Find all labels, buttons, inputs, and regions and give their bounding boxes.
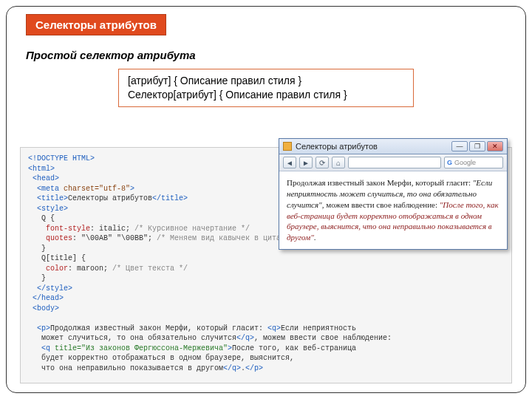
code-p-t6: будет корректно отображаться в одном бра… — [28, 354, 294, 362]
code-head-open: <head> — [28, 174, 59, 183]
code-p-t3: может случиться, то она обязательно случ… — [28, 334, 236, 342]
code-p-close: </p> — [245, 364, 263, 372]
maximize-button[interactable]: ❐ — [469, 141, 485, 151]
forward-button[interactable]: ► — [299, 157, 313, 168]
code-title-close: </title> — [152, 194, 188, 202]
code-css-quotes-v: : "\00AB" "\00BB"; — [72, 234, 152, 242]
back-button[interactable]: ◄ — [283, 157, 296, 168]
code-meta-attr: charset="utf-8" — [59, 185, 130, 193]
code-style-open: <style> — [28, 205, 68, 213]
syntax-box: [атрибут] { Описание правил стиля } Селе… — [118, 69, 414, 107]
code-title-open: <title> — [28, 194, 68, 202]
close-button[interactable]: ✕ — [487, 141, 503, 151]
slide-frame: Селекторы атрибутов Простой селектор атр… — [6, 6, 526, 393]
google-icon: G — [447, 159, 452, 166]
page-text-pre: Продолжая известный закон Мерфи, который… — [287, 178, 473, 187]
code-css-qt-close: } — [28, 274, 46, 282]
code-meta-close: > — [130, 185, 134, 193]
code-html-open: <html> — [28, 165, 55, 173]
code-css-color: color — [28, 265, 68, 273]
browser-window: Селекторы атрибутов — ❐ ✕ ◄ ► ⟳ ⌂ G Goog… — [279, 138, 508, 250]
code-meta: <meta — [28, 185, 59, 193]
code-css-color-v: : maroon; — [68, 265, 108, 273]
page-text-end: . — [314, 233, 316, 242]
window-title: Селекторы атрибутов — [296, 142, 378, 151]
code-p-t5: После того, как веб-страница — [232, 344, 356, 352]
code-css-font: font-style — [28, 225, 90, 233]
reload-button[interactable]: ⟳ — [316, 157, 329, 168]
code-css-q-close: } — [28, 245, 46, 253]
syntax-line-1: [атрибут] { Описание правил стиля } — [128, 74, 404, 88]
window-buttons: — ❐ ✕ — [451, 141, 503, 151]
browser-toolbar: ◄ ► ⟳ ⌂ G Google — [279, 154, 507, 171]
code-style-close: </style> — [28, 284, 72, 293]
minimize-button[interactable]: — — [451, 141, 468, 151]
search-box[interactable]: G Google — [444, 157, 503, 168]
code-p-open: <p> — [28, 324, 50, 332]
code-p-t4: , можем ввести свое наблюдение: — [254, 334, 392, 342]
code-css-font-c: /* Курсивное начертание */ — [130, 225, 250, 233]
code-css-q: Q { — [28, 214, 55, 222]
code-p-t1: Продолжая известный закон Мерфи, который… — [50, 324, 267, 332]
browser-page: Продолжая известный закон Мерфи, который… — [279, 171, 507, 249]
favicon-icon — [283, 142, 292, 151]
code-css-quotes: quotes — [28, 234, 72, 242]
code-css-color-c: /* Цвет текста */ — [108, 265, 188, 273]
code-body-open: <body> — [28, 304, 59, 313]
code-title-text: Селекторы атрибутов — [68, 194, 152, 202]
section-badge: Селекторы атрибутов — [26, 14, 166, 35]
code-q2-open: <q — [28, 344, 50, 352]
code-p-t2: Если неприятность — [281, 324, 356, 332]
code-css-font-v: : italic; — [90, 225, 130, 233]
search-provider-label: Google — [454, 159, 476, 166]
code-css-qt: Q[title] { — [28, 254, 86, 262]
syntax-line-2: Селектор[атрибут] { Описание правил стил… — [128, 88, 404, 102]
code-q-close: </q> — [236, 334, 254, 342]
code-q-open: <q> — [267, 324, 281, 332]
code-q2-close: </q> — [223, 364, 241, 372]
subsection-title: Простой селектор атрибута — [26, 49, 516, 61]
address-bar[interactable] — [348, 157, 441, 168]
browser-titlebar: Селекторы атрибутов — ❐ ✕ — [279, 139, 507, 154]
code-doctype: <!DOCTYPE HTML> — [28, 154, 95, 163]
home-button[interactable]: ⌂ — [332, 157, 345, 168]
code-head-close: </head> — [28, 294, 64, 302]
code-q2-attr: title="Из законов Фергюссона-Мержевича" — [50, 344, 228, 352]
page-text-mid: , можем ввести свое наблюдение: — [322, 200, 440, 209]
code-p-t7: что она неправильно показывается в друго… — [28, 364, 223, 372]
